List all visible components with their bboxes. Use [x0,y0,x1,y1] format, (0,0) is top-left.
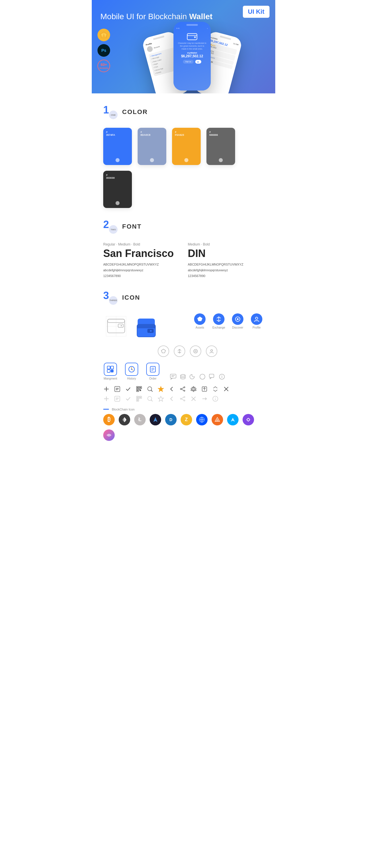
crypto-icons-row: ₿ Ł D Z [103,414,264,441]
bitcoin-icon: ₿ [103,414,115,425]
font-section-header: 2 TWO FONT [103,219,264,234]
exchange-icon [213,313,225,325]
screens-badge: 60+ Screens [97,60,110,72]
wallet-filled-icon [135,313,181,343]
list-muted-icon [114,396,120,402]
ark-icon [211,414,223,425]
color-section-header: 1 ONE COLOR [103,105,264,119]
misc-icons-row [170,373,225,380]
list-icon [114,386,120,392]
arrow-muted-icon [201,396,207,402]
plus-icon [103,386,110,392]
check-icon [125,386,131,392]
svg-rect-37 [107,366,110,369]
assets-icon-item: Assets [193,313,207,329]
svg-point-15 [121,325,122,326]
font-section-number: 2 TWO [103,219,117,234]
swatch-blue: #3574FA [103,128,132,165]
exchange-label: Exchange [213,326,225,329]
svg-rect-38 [111,366,114,369]
svg-point-95 [148,397,152,401]
order-label: Order [149,377,157,380]
nav-icons-outline [158,345,264,357]
hero-section: Mobile UI for Blockchain Wallet UI Kit P… [92,0,275,93]
circle-icon [199,373,206,380]
chevron-muted-icon [169,396,175,402]
nav-icons-top: Assets Exchange [193,313,264,329]
swatch-dark: #303030 [103,171,132,208]
svg-point-51 [200,374,205,379]
phones-container: Profile Account ▪ Management ▪ Message ▪… [117,25,266,93]
svg-point-73 [184,387,185,388]
blockchain-label: BlockChain Icon [112,408,135,411]
svg-rect-67 [137,390,138,391]
svg-marker-32 [162,349,166,353]
svg-marker-27 [197,316,202,321]
profile-icon [251,313,262,325]
svg-point-25 [150,330,152,332]
zcash-icon: Z [181,414,192,425]
management-label: Mangment [104,377,117,380]
bottom-nav-icons: Mangment History [103,363,264,380]
svg-point-100 [184,400,185,401]
assets-label: Assets [196,326,204,329]
search-icon [147,386,153,392]
ps-badge: Ps [97,44,110,57]
svg-rect-47 [170,374,176,378]
stellar-icon [103,429,115,441]
x-muted-icon [190,396,197,402]
screens-label: Screens [99,67,108,69]
icon-section: 3 THREE ICON [92,290,275,452]
plus-muted-icon [103,396,110,402]
svg-rect-119 [247,418,250,421]
svg-marker-97 [158,396,164,401]
litecoin-icon: Ł [134,414,146,425]
profile-label: Profile [253,326,261,329]
color-swatches: #3574FA #8DA0C8 #F5A623 #666666 #303030 [103,128,264,208]
qr-icon [136,386,142,392]
svg-rect-40 [111,370,114,372]
svg-point-120 [108,435,110,436]
svg-point-55 [222,375,222,376]
gear-icon [190,386,197,392]
font-grid: Regular · Medium · Bold San Francisco AB… [103,242,264,279]
svg-point-107 [215,397,216,398]
info-icon [219,373,225,380]
svg-line-76 [181,388,184,389]
assets-icon [194,313,205,325]
history-icon [125,363,138,376]
svg-line-96 [151,400,152,401]
svg-line-102 [181,399,184,400]
svg-point-98 [184,397,185,398]
verge-icon [227,414,238,425]
dash-icon: D [165,414,177,425]
svg-rect-92 [137,397,138,398]
font-din: Medium · Bold DIN ABCDEFGHIJKLMNOPQRSTUV… [188,242,264,279]
moon-icon [189,373,196,380]
svg-point-5 [194,36,196,38]
svg-rect-65 [137,387,138,388]
svg-rect-69 [139,389,140,391]
ethereum-icon [119,414,130,425]
icon-section-number: 3 THREE [103,290,117,305]
svg-point-50 [181,374,185,376]
chevron-left-icon [169,386,175,392]
svg-marker-118 [231,418,235,422]
history-icon-item: History [124,363,139,380]
phone-center: 9:41+ Character may be manifested in the… [173,22,211,91]
search-muted-icon [147,396,153,402]
svg-point-35 [195,350,196,352]
discover-label: Discover [232,326,244,329]
discover-icon-item: Discover [230,313,245,329]
hero-title: Mobile UI for Blockchain Wallet [101,11,266,22]
svg-point-99 [180,398,181,399]
chat-icon [170,373,177,380]
color-section: 1 ONE COLOR #3574FA #8DA0C8 #F5A623 #666… [92,93,275,219]
icon-section-header: 3 THREE ICON [103,290,264,305]
svg-point-31 [255,317,258,319]
svg-point-70 [148,387,152,391]
bubble-icon [209,373,216,380]
font-sf: Regular · Medium · Bold San Francisco AB… [103,242,179,279]
svg-marker-109 [124,417,126,420]
svg-point-78 [193,388,195,390]
